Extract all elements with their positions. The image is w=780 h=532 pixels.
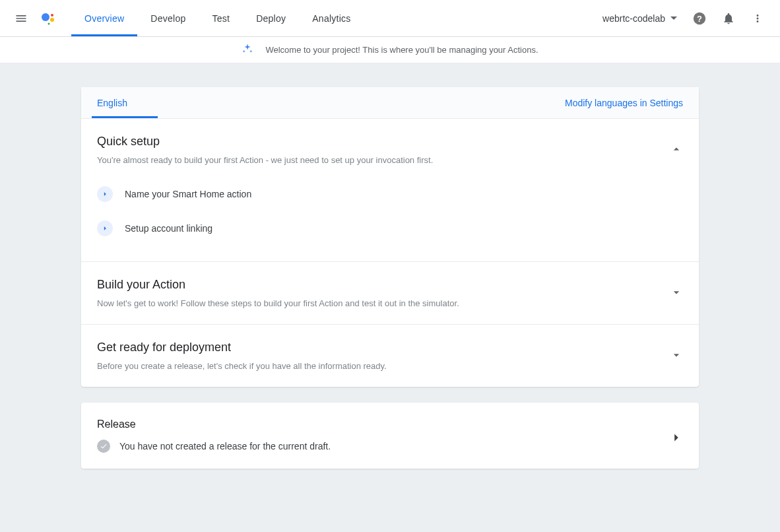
step-name-action[interactable]: Name your Smart Home action [97,177,683,211]
tab-deploy[interactable]: Deploy [243,0,299,36]
app-header: Overview Develop Test Deploy Analytics w… [0,0,780,37]
step-label: Setup account linking [125,223,212,234]
section-title: Build your Action [97,278,683,292]
svg-text:?: ? [697,13,702,23]
release-card[interactable]: Release You have not created a release f… [81,403,699,469]
step-label: Name your Smart Home action [125,189,251,199]
section-title: Get ready for deployment [97,341,683,354]
hamburger-menu-icon[interactable] [8,5,34,32]
chevron-right-icon[interactable] [668,430,683,447]
more-vert-icon[interactable] [743,4,772,33]
section-title: Quick setup [97,135,683,149]
release-text: You have not created a release for the c… [119,441,331,451]
step-list: Name your Smart Home action Setup accoun… [97,177,683,246]
section-deployment[interactable]: Get ready for deployment Before you crea… [81,325,699,387]
language-tab-english[interactable]: English [97,87,134,118]
tab-develop[interactable]: Develop [137,0,199,36]
step-account-linking[interactable]: Setup account linking [97,211,683,246]
welcome-banner: Welcome to your project! This is where y… [0,37,780,63]
tab-test[interactable]: Test [199,0,243,36]
arrow-right-icon [97,220,113,236]
assistant-logo-icon [34,5,61,32]
section-build-action[interactable]: Build your Action Now let's get to work!… [81,262,699,325]
project-name: webrtc-codelab [602,13,665,24]
arrow-right-icon [97,186,113,202]
section-subtitle: Now let's get to work! Follow these step… [97,298,683,308]
project-selector[interactable]: webrtc-codelab [595,13,685,24]
tab-analytics[interactable]: Analytics [299,0,364,36]
svg-point-3 [48,22,50,24]
language-bar: English Modify languages in Settings [81,87,699,119]
section-subtitle: Before you create a release, let's check… [97,361,683,371]
release-title: Release [97,418,683,430]
main-card: English Modify languages in Settings Qui… [81,87,699,387]
section-subtitle: You're almost ready to build your first … [97,155,683,165]
chevron-down-icon[interactable] [670,286,683,301]
page-body: English Modify languages in Settings Qui… [0,63,780,532]
sparkle-icon [242,43,253,57]
svg-point-1 [51,14,53,17]
banner-text: Welcome to your project! This is where y… [265,45,538,55]
chevron-down-icon[interactable] [670,349,683,364]
dropdown-caret-icon [670,17,677,20]
svg-point-0 [42,13,49,21]
chevron-up-icon[interactable] [670,143,683,158]
release-row: You have not created a release for the c… [97,440,683,453]
check-circle-icon [97,440,110,453]
help-icon[interactable]: ? [685,4,714,33]
section-quick-setup: Quick setup You're almost ready to build… [81,119,699,262]
notifications-icon[interactable] [714,4,743,33]
svg-point-2 [50,18,54,22]
modify-languages-link[interactable]: Modify languages in Settings [565,98,683,108]
tab-overview[interactable]: Overview [71,0,137,36]
nav-tabs: Overview Develop Test Deploy Analytics [71,0,364,36]
